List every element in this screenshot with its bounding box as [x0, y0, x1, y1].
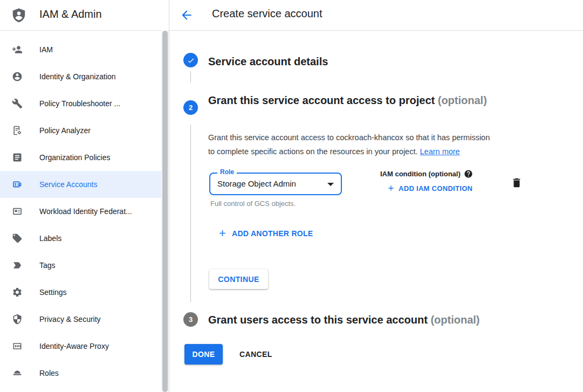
shield-icon [12, 314, 23, 325]
sidebar-item-policy-analyzer[interactable]: Policy Analyzer [0, 117, 161, 144]
step2-indicator: 2 [183, 100, 198, 115]
sidebar-item-identity-aware-proxy[interactable]: Identity-Aware Proxy [0, 333, 161, 360]
step2-title: Grant this service account access to pro… [208, 91, 489, 110]
add-iam-condition-button[interactable]: ADD IAM CONDITION [387, 184, 472, 192]
add-another-role-button[interactable]: ADD ANOTHER ROLE [217, 228, 313, 238]
sidebar-item-settings[interactable]: Settings [0, 279, 161, 306]
step-connector [190, 125, 191, 302]
sidebar-item-label: Policy Troubleshooter ... [39, 99, 120, 108]
sidebar-item-labels[interactable]: Labels [0, 225, 161, 252]
trash-icon [511, 177, 523, 189]
step2-number: 2 [189, 104, 193, 112]
app-root: IAM & Admin IAMIdentity & OrganizationPo… [0, 0, 583, 392]
sidebar-header: IAM & Admin [0, 0, 161, 31]
main-panel: Create service account Service account d… [169, 0, 583, 392]
step3-optional-label: (optional) [430, 314, 479, 326]
account-circle-icon [12, 71, 23, 82]
sidebar-item-roles[interactable]: Roles [0, 360, 161, 387]
sidebar-item-label: Identity & Organization [39, 72, 116, 81]
cancel-button[interactable]: CANCEL [230, 344, 282, 365]
sidebar-item-label: Roles [39, 369, 59, 377]
plus-icon [217, 228, 228, 238]
role-helper-text: Full control of GCS objects. [210, 200, 296, 208]
list-icon [12, 152, 23, 163]
plus-icon [387, 184, 395, 192]
sidebar-item-label: Service Accounts [39, 180, 97, 189]
step1-complete-indicator [183, 53, 198, 67]
sidebar-item-label: Policy Analyzer [39, 126, 91, 135]
create-service-account-form: Service account details 2 Grant this ser… [169, 31, 583, 392]
sidebar-item-tags[interactable]: Tags [0, 252, 161, 279]
sidebar-item-label: Tags [39, 261, 56, 270]
sidebar-item-organization-policies[interactable]: Organization Policies [0, 144, 161, 171]
sidebar-item-identity-organization[interactable]: Identity & Organization [0, 63, 161, 90]
iam-condition-label: IAM condition (optional) [380, 170, 461, 178]
sidebar-item-workload-identity-federation[interactable]: Workload Identity Federat... [0, 198, 161, 225]
person-add-icon [12, 44, 23, 55]
learn-more-link[interactable]: Learn more [420, 147, 460, 156]
iam-admin-shield-icon [11, 7, 27, 23]
back-button[interactable] [180, 8, 195, 23]
back-arrow-icon [180, 8, 194, 22]
sidebar-item-label: Labels [39, 234, 61, 243]
sidebar-nav: IAMIdentity & OrganizationPolicy Trouble… [0, 31, 161, 387]
main-header: Create service account [169, 0, 583, 31]
role-selected-value: Storage Object Admin [217, 174, 296, 194]
sidebar-item-label: Identity-Aware Proxy [39, 342, 109, 350]
check-icon [187, 56, 195, 65]
sidebar-item-label: Workload Identity Federat... [39, 207, 132, 216]
policy-analyzer-icon [12, 125, 23, 136]
sidebar-item-service-accounts[interactable]: Service Accounts [0, 171, 161, 198]
delete-role-button[interactable] [511, 176, 524, 189]
step-connector [190, 71, 191, 82]
sidebar: IAM & Admin IAMIdentity & OrganizationPo… [0, 0, 161, 392]
role-select[interactable]: Role Storage Object Admin [209, 173, 342, 195]
sidebar-item-privacy-security[interactable]: Privacy & Security [0, 306, 161, 333]
step3-title: Grant users access to this service accou… [208, 312, 480, 327]
hat-icon [12, 368, 23, 379]
tag-icon [12, 260, 23, 271]
continue-button[interactable]: CONTINUE [209, 269, 268, 289]
sidebar-scrollbar-thumb[interactable] [162, 31, 168, 392]
proxy-icon [12, 341, 23, 352]
sidebar-item-label: IAM [39, 45, 53, 54]
step3-indicator: 3 [183, 312, 198, 327]
step3-number: 3 [189, 315, 193, 324]
iam-condition-header: IAM condition (optional) [380, 169, 473, 178]
dropdown-caret-icon [327, 183, 334, 186]
card-icon [12, 206, 23, 217]
done-button[interactable]: DONE [184, 344, 223, 365]
sidebar-item-label: Settings [39, 288, 67, 297]
wrench-icon [12, 98, 23, 109]
step2-description: Grant this service account access to coc… [208, 131, 553, 159]
label-icon [12, 233, 23, 244]
gear-icon [12, 287, 23, 298]
service-account-icon [12, 179, 23, 190]
sidebar-item-iam[interactable]: IAM [0, 36, 161, 63]
page-title: Create service account [212, 8, 323, 20]
sidebar-scrollbar-track [161, 31, 169, 392]
step2-optional-label: (optional) [438, 94, 487, 106]
app-title: IAM & Admin [39, 8, 102, 20]
help-icon[interactable] [464, 169, 473, 178]
sidebar-item-label: Privacy & Security [39, 315, 101, 324]
sidebar-item-label: Organization Policies [39, 153, 111, 162]
sidebar-item-policy-troubleshooter[interactable]: Policy Troubleshooter ... [0, 90, 161, 117]
step1-title: Service account details [208, 54, 328, 69]
